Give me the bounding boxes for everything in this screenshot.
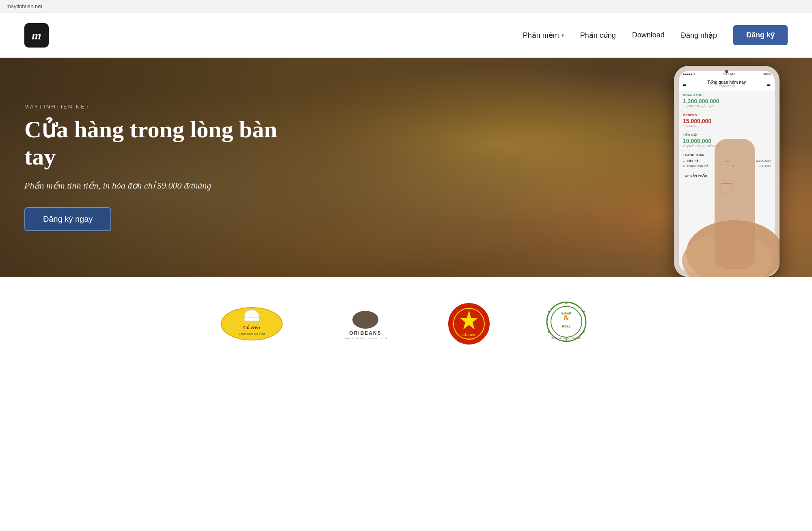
register-button[interactable]: Đăng ký — [733, 25, 788, 45]
nav-phan-mem[interactable]: Phần mềm ▾ — [523, 31, 564, 40]
svg-point-8 — [352, 311, 378, 329]
navbar-links: Phần mềm ▾ Phần cứng Download Đăng nhập … — [523, 25, 788, 45]
phone-mockup: ●●●●● ▾ 9:41 AM 100% ☰ Tổng quan hôm nay… — [674, 66, 780, 277]
svg-text:THAI NGUYEN · HANOI · HCM: THAI NGUYEN · HANOI · HCM — [343, 337, 388, 340]
svg-point-27 — [548, 311, 550, 312]
logos-section: Cô Hén Bánh kem Cô Hén ORIBEANS THAI NGU… — [0, 277, 812, 371]
bac-viet-logo-svg: BẮC VIỆT COFFEE — [447, 301, 491, 346]
svg-text:Cô Hén: Cô Hén — [243, 324, 260, 330]
logo-co-hen: Cô Hén Bánh kem Cô Hén — [219, 306, 284, 342]
logo-wrap-roll: WRAP & ROLL Tinh hoa món cuốn Việt — [540, 301, 593, 346]
logo-icon: m — [24, 23, 49, 48]
svg-point-25 — [566, 339, 567, 341]
svg-rect-2 — [715, 139, 755, 269]
logo-oribeans: ORIBEANS THAI NGUYEN · HANOI · HCM — [333, 306, 398, 342]
svg-text:COFFEE: COFFEE — [465, 338, 473, 340]
co-hen-logo-svg: Cô Hén Bánh kem Cô Hén — [219, 306, 284, 342]
browser-address-bar[interactable]: maytinhtien.net — [0, 0, 812, 13]
svg-text:&: & — [564, 314, 570, 322]
hero-cta-button[interactable]: Đăng ký ngay — [24, 207, 111, 231]
hero-site-name: MAYTINHTIEN.NET — [24, 104, 309, 110]
svg-point-22 — [566, 303, 567, 304]
hero-title: Cửa hàng trong lòng bàn tay — [24, 116, 309, 170]
browser-url: maytinhtien.net — [6, 3, 42, 9]
dropdown-arrow-icon: ▾ — [561, 33, 564, 38]
wrap-roll-logo-svg: WRAP & ROLL Tinh hoa món cuốn Việt — [540, 301, 593, 346]
navbar-logo[interactable]: m — [24, 23, 49, 48]
hero-text: MAYTINHTIEN.NET Cửa hàng trong lòng bàn … — [24, 104, 309, 231]
hand-illustration — [654, 58, 780, 277]
hero-description: Phần mềm tính tiền, in hóa đơn chỉ 59.00… — [24, 180, 309, 191]
svg-point-17 — [551, 306, 582, 337]
svg-point-23 — [583, 311, 585, 312]
login-button[interactable]: Đăng nhập — [681, 31, 717, 40]
oribeans-logo-svg: ORIBEANS THAI NGUYEN · HANOI · HCM — [333, 306, 398, 342]
svg-point-24 — [583, 331, 585, 333]
svg-text:BẮC VIỆT: BẮC VIỆT — [462, 333, 476, 337]
nav-download[interactable]: Download — [632, 31, 665, 39]
svg-text:ROLL: ROLL — [562, 325, 571, 328]
svg-point-26 — [548, 331, 550, 333]
nav-phan-cung[interactable]: Phần cứng — [580, 31, 616, 40]
navbar: m Phần mềm ▾ Phần cứng Download Đăng nhậ… — [0, 13, 812, 58]
svg-text:Bánh kem Cô Hén: Bánh kem Cô Hén — [238, 332, 265, 336]
svg-text:ORIBEANS: ORIBEANS — [349, 330, 381, 336]
hero-section: MAYTINHTIEN.NET Cửa hàng trong lòng bàn … — [0, 58, 812, 277]
svg-rect-5 — [244, 318, 259, 321]
logo-bac-viet: BẮC VIỆT COFFEE — [447, 301, 491, 346]
